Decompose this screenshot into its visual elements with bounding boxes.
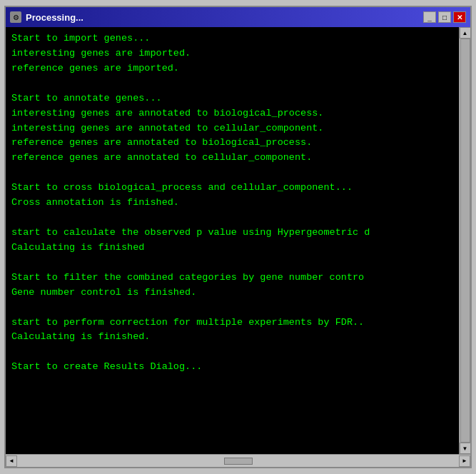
horizontal-scroll-track[interactable] (17, 455, 459, 467)
scrollbar-right[interactable]: ▲ ▼ (459, 27, 470, 454)
processing-window: ⚙ Processing... _ □ ✕ Start to import ge… (4, 6, 472, 468)
main-content: Start to import genes... interesting gen… (6, 27, 470, 454)
window-icon: ⚙ (10, 11, 21, 23)
window-title: Processing... (26, 12, 83, 23)
title-bar-left: ⚙ Processing... (10, 11, 83, 23)
title-buttons: _ □ ✕ (423, 11, 466, 23)
scroll-up-button[interactable]: ▲ (460, 27, 471, 39)
scroll-left-button[interactable]: ◄ (6, 455, 17, 467)
console-area: Start to import genes... interesting gen… (6, 27, 459, 454)
title-bar: ⚙ Processing... _ □ ✕ (6, 7, 470, 27)
console-output: Start to import genes... interesting gen… (11, 31, 453, 450)
bottom-bar: ◄ ► (6, 454, 470, 467)
scroll-right-button[interactable]: ► (459, 455, 470, 467)
scrollbar-track[interactable] (460, 39, 470, 443)
scroll-down-button[interactable]: ▼ (460, 443, 471, 454)
horizontal-scroll-thumb (224, 458, 253, 465)
close-button[interactable]: ✕ (453, 11, 466, 23)
maximize-button[interactable]: □ (438, 11, 451, 23)
minimize-button[interactable]: _ (423, 11, 436, 23)
